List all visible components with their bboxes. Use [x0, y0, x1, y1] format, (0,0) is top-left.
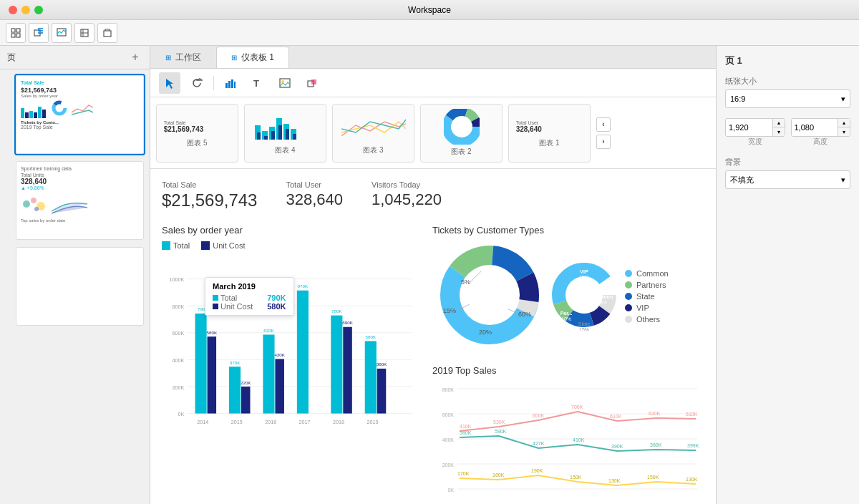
- titlebar: Workspace: [0, 0, 859, 20]
- paper-size-label: 纸张大小: [725, 76, 850, 87]
- tab-dashboard1[interactable]: ⊞ 仪表板 1: [216, 47, 289, 68]
- chart-thumb-2[interactable]: 图表 2: [420, 104, 503, 163]
- chart-thumb-5[interactable]: Total Sale $21,569,743 图表 5: [156, 104, 238, 163]
- svg-point-91: [460, 265, 520, 325]
- close-button[interactable]: [9, 6, 17, 14]
- svg-text:800K: 800K: [173, 304, 185, 310]
- svg-text:130K: 130K: [686, 477, 698, 482]
- chart-thumb-3[interactable]: 图表 3: [332, 104, 414, 163]
- page-item-2[interactable]: Sportmen training data Total Units 328,6…: [14, 160, 145, 241]
- width-stepper: ▴ ▾: [772, 119, 785, 136]
- height-field-wrap: ▴ ▾ 高度: [791, 118, 851, 147]
- svg-text:690K: 690K: [342, 320, 353, 325]
- tab-workspace[interactable]: ⊞ 工作区: [150, 47, 216, 68]
- svg-rect-21: [228, 81, 230, 88]
- height-input[interactable]: [792, 123, 838, 132]
- svg-text:800K: 800K: [442, 387, 455, 392]
- image-tool-btn[interactable]: [274, 72, 296, 94]
- legend-total: Total: [162, 241, 190, 250]
- width-decrement-btn[interactable]: ▾: [773, 127, 785, 136]
- refresh-tool-btn[interactable]: [186, 72, 208, 94]
- strip-nav-next[interactable]: ›: [596, 135, 611, 149]
- legend-total-dot: [162, 241, 170, 250]
- kpi-total-user: Total User 328,640: [286, 180, 343, 210]
- paper-size-select[interactable]: 16:9 ▾: [725, 89, 850, 108]
- svg-text:400K: 400K: [442, 437, 455, 442]
- svg-rect-67: [275, 359, 284, 413]
- svg-rect-12: [104, 31, 111, 37]
- page-item-wrapper-3: 3: [4, 246, 145, 327]
- add-page-button[interactable]: +: [128, 50, 142, 64]
- dimensions-section: ▴ ▾ 宽度 ▴ ▾: [725, 118, 850, 147]
- main-toolbar: [0, 20, 859, 46]
- chart-thumb-4[interactable]: 图表 4: [244, 104, 326, 163]
- dashboard-content: Total Sale $21,569,743 Total User 328,64…: [150, 169, 716, 504]
- svg-text:State: State: [578, 321, 590, 326]
- maximize-button[interactable]: [34, 6, 43, 14]
- svg-text:150K: 150K: [647, 475, 659, 480]
- minimize-button[interactable]: [21, 6, 30, 14]
- page-item-3[interactable]: [14, 246, 145, 327]
- svg-text:190K: 190K: [531, 468, 543, 473]
- page-item-wrapper-2: 2 Sportmen training data Total Units 328…: [4, 160, 145, 241]
- strip-nav-prev[interactable]: ‹: [596, 117, 611, 132]
- width-increment-btn[interactable]: ▴: [773, 119, 785, 127]
- label-others: Others: [636, 315, 660, 324]
- svg-point-17: [31, 198, 37, 203]
- svg-rect-59: [208, 336, 217, 413]
- toolbar-btn-5[interactable]: [97, 23, 117, 43]
- toolbar-btn-1[interactable]: [6, 23, 26, 43]
- svg-rect-3: [16, 34, 20, 37]
- donut-svg-left: 5% 15% 60% 20%: [432, 241, 547, 349]
- chart-thumb-1[interactable]: Total User 328,640 图表 1: [508, 104, 591, 163]
- cursor-tool-btn[interactable]: [159, 72, 180, 94]
- bg-label: 背景: [725, 157, 850, 168]
- donut-chart-title: Tickets by Customer Types: [432, 225, 704, 236]
- donut-legend: Common Partners State: [625, 269, 669, 324]
- svg-text:380K: 380K: [650, 442, 662, 447]
- svg-text:2018: 2018: [333, 420, 344, 425]
- svg-text:0K: 0K: [178, 412, 185, 417]
- tooltip-unit-val: 580K: [267, 302, 286, 311]
- chart-tool-btn[interactable]: [220, 72, 241, 94]
- page-thumb-3: [16, 247, 144, 326]
- dot-state: [625, 293, 632, 300]
- svg-text:2017: 2017: [299, 420, 311, 425]
- toolbar-btn-4[interactable]: [74, 23, 94, 43]
- svg-text:590K: 590K: [495, 429, 507, 434]
- top-sales-svg: 800K 600K 400K 200K 0K: [432, 382, 704, 504]
- height-increment-btn[interactable]: ▴: [838, 119, 850, 127]
- shape-tool-btn[interactable]: [301, 72, 323, 94]
- width-input-wrap[interactable]: ▴ ▾: [725, 118, 785, 137]
- svg-rect-22: [231, 79, 233, 88]
- text-tool-btn[interactable]: T: [247, 72, 268, 94]
- legend-state: State: [625, 292, 669, 301]
- svg-rect-76: [365, 341, 377, 413]
- svg-rect-38: [278, 125, 282, 140]
- right-charts-area: Tickets by Customer Types: [432, 225, 704, 504]
- svg-text:10%: 10%: [561, 316, 571, 321]
- svg-text:0K: 0K: [447, 488, 454, 493]
- bg-select[interactable]: 不填充 ▾: [725, 170, 850, 189]
- svg-text:600K: 600K: [442, 412, 455, 417]
- svg-text:150K: 150K: [570, 475, 582, 480]
- page-item-wrapper-1: 1 Total Sale $21,569,743 Sales by order …: [4, 74, 145, 155]
- height-decrement-btn[interactable]: ▾: [838, 127, 850, 136]
- svg-text:580K: 580K: [460, 430, 472, 435]
- width-input[interactable]: [726, 123, 772, 132]
- svg-text:400K: 400K: [173, 358, 185, 364]
- toolbar-btn-3[interactable]: [52, 23, 72, 43]
- toolbar-btn-2[interactable]: [29, 23, 49, 43]
- svg-text:60%: 60%: [518, 311, 531, 318]
- right-panel: 页 1 纸张大小 16:9 ▾ ▴ ▾: [716, 46, 859, 504]
- svg-rect-62: [229, 367, 241, 413]
- svg-text:200K: 200K: [442, 462, 455, 467]
- chart-3-label: 图表 3: [363, 145, 383, 155]
- page-item-1[interactable]: Total Sale $21,569,743 Sales by order ye…: [14, 74, 145, 155]
- svg-rect-58: [195, 314, 207, 414]
- svg-rect-28: [311, 79, 316, 84]
- legend-vip: VIP: [625, 304, 669, 312]
- height-input-wrap[interactable]: ▴ ▾: [791, 118, 851, 137]
- bg-value: 不填充: [730, 175, 754, 185]
- label-vip: VIP: [636, 304, 649, 312]
